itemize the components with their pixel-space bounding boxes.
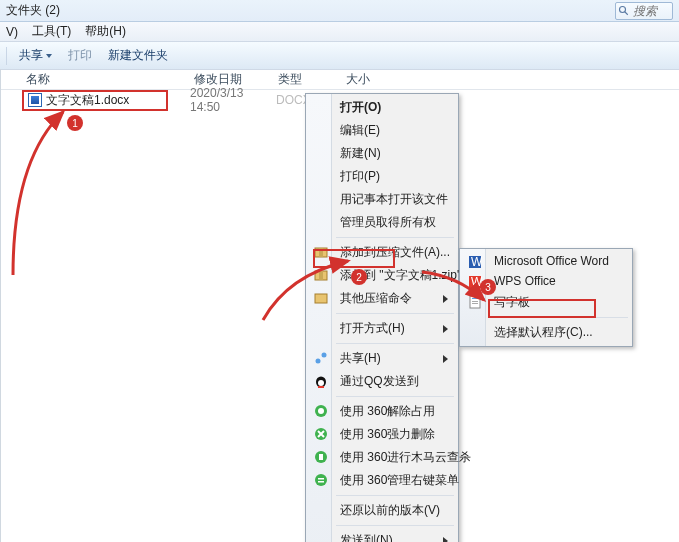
360-icon [313, 426, 329, 442]
file-name: 文字文稿1.docx [46, 92, 129, 109]
qq-icon [313, 373, 329, 389]
titlebar: 文件夹 (2) [0, 0, 679, 22]
ctx-qq-send[interactable]: 通过QQ发送到 [308, 370, 456, 393]
svg-point-10 [318, 380, 324, 386]
share-icon [313, 350, 329, 366]
chevron-right-icon [443, 295, 448, 303]
ctx-admin[interactable]: 管理员取得所有权 [308, 211, 456, 234]
chevron-right-icon [443, 355, 448, 363]
file-date: 2020/3/13 14:50 [190, 86, 274, 114]
toolbar-newfolder[interactable]: 新建文件夹 [108, 47, 168, 64]
submenu-open-with: WMicrosoft Office Word WWPS Office 写字板 选… [459, 248, 633, 347]
svg-rect-26 [472, 301, 478, 302]
svg-point-17 [315, 474, 327, 486]
svg-text:W: W [471, 255, 482, 269]
360-icon [313, 472, 329, 488]
svg-line-1 [625, 11, 628, 14]
svg-rect-16 [319, 454, 323, 460]
menu-help[interactable]: 帮助(H) [85, 23, 126, 40]
col-name[interactable]: 名称 [26, 71, 194, 88]
ctx-archive-to[interactable]: 添加到 "文字文稿1.zip" (T) [308, 264, 456, 287]
ctx-notepad[interactable]: 用记事本打开该文件 [308, 188, 456, 211]
docx-icon [28, 93, 42, 107]
context-menu: 打开(O) 编辑(E) 新建(N) 打印(P) 用记事本打开该文件 管理员取得所… [305, 93, 459, 542]
ctx-other-compress[interactable]: 其他压缩命令 [308, 287, 456, 310]
col-type[interactable]: 类型 [278, 71, 346, 88]
wps-icon: W [467, 274, 483, 290]
sub-wps[interactable]: WWPS Office [462, 271, 630, 291]
svg-rect-11 [318, 386, 324, 388]
file-selected[interactable]: 文字文稿1.docx [22, 90, 168, 111]
svg-rect-18 [318, 478, 324, 480]
search-box[interactable] [615, 2, 673, 20]
search-input[interactable] [633, 4, 663, 18]
ctx-print[interactable]: 打印(P) [308, 165, 456, 188]
ctx-360-occupy[interactable]: 使用 360解除占用 [308, 400, 456, 423]
sub-msword[interactable]: WMicrosoft Office Word [462, 251, 630, 271]
sub-choose-default[interactable]: 选择默认程序(C)... [462, 321, 630, 344]
ctx-send-to[interactable]: 发送到(N) [308, 529, 456, 542]
ctx-360-delete[interactable]: 使用 360强力删除 [308, 423, 456, 446]
col-size[interactable]: 大小 [346, 71, 406, 88]
ctx-new[interactable]: 新建(N) [308, 142, 456, 165]
chevron-down-icon [46, 54, 52, 58]
ctx-open[interactable]: 打开(O) [308, 96, 456, 119]
archive-icon [313, 244, 329, 260]
column-headers: 名称 修改日期 类型 大小 [0, 70, 679, 90]
toolbar-print[interactable]: 打印 [68, 47, 92, 64]
svg-rect-27 [472, 303, 478, 304]
chevron-right-icon [443, 325, 448, 333]
svg-point-0 [620, 6, 626, 12]
sub-wordpad[interactable]: 写字板 [462, 291, 630, 314]
ctx-restore[interactable]: 还原以前的版本(V) [308, 499, 456, 522]
menubar: V) 工具(T) 帮助(H) [0, 22, 679, 42]
menu-tools[interactable]: 工具(T) [32, 23, 71, 40]
ctx-archive[interactable]: 添加到压缩文件(A)... [308, 241, 456, 264]
menu-view[interactable]: V) [6, 25, 18, 39]
toolbar: 共享 打印 新建文件夹 [0, 42, 679, 70]
folder-title: 文件夹 (2) [6, 2, 60, 19]
wordpad-icon [467, 294, 483, 310]
search-icon [618, 5, 630, 17]
svg-point-13 [318, 408, 324, 414]
svg-point-8 [322, 353, 327, 358]
ctx-edit[interactable]: 编辑(E) [308, 119, 456, 142]
toolbar-share[interactable]: 共享 [19, 47, 52, 64]
svg-text:W: W [471, 275, 482, 289]
archive-icon [313, 290, 329, 306]
360-icon [313, 449, 329, 465]
chevron-right-icon [443, 537, 448, 543]
arrow-1 [8, 100, 78, 280]
360-icon [313, 403, 329, 419]
marker-1: 1 [67, 115, 83, 131]
svg-rect-5 [319, 271, 323, 280]
svg-rect-3 [319, 248, 323, 257]
svg-rect-19 [318, 481, 324, 483]
svg-rect-25 [472, 298, 478, 299]
ctx-360-trojan[interactable]: 使用 360进行木马云查杀 [308, 446, 456, 469]
ctx-share[interactable]: 共享(H) [308, 347, 456, 370]
svg-point-7 [316, 359, 321, 364]
archive-icon [313, 267, 329, 283]
ctx-open-with[interactable]: 打开方式(H) [308, 317, 456, 340]
word-icon: W [467, 254, 483, 270]
svg-rect-6 [315, 294, 327, 303]
ctx-360-menu[interactable]: 使用 360管理右键菜单 [308, 469, 456, 492]
